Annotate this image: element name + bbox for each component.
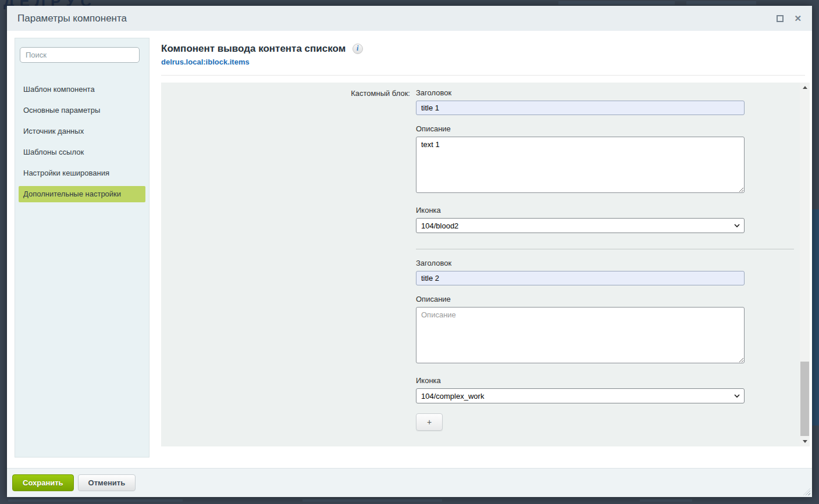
scroll-down-icon[interactable]	[800, 437, 810, 446]
block1-icon-select-wrap: 104/blood2	[416, 218, 745, 233]
maximize-icon[interactable]	[777, 15, 784, 22]
block2-icon-select-wrap: 104/complex_work	[416, 388, 745, 403]
component-heading: Компонент вывода контента списком i delr…	[161, 43, 805, 76]
sidebar-item-label: Настройки кеширования	[19, 165, 145, 181]
sidebar-item-main-parameters[interactable]: Основные параметры	[19, 100, 145, 121]
sidebar-item-label: Дополнительные настройки	[19, 186, 145, 202]
dialog-header: Параметры компонента ✕	[7, 6, 812, 31]
add-block-button[interactable]: +	[416, 413, 443, 431]
background-element	[558, 1, 675, 5]
dialog-title: Параметры компонента	[17, 13, 127, 24]
custom-block-fields: Заголовок Описание text 1 Иконка 104/blo…	[416, 83, 745, 431]
block1-description-textarea[interactable]: text 1	[416, 137, 745, 193]
settings-sidebar: Шаблон компонента Основные параметры Ист…	[15, 38, 149, 457]
block1-icon-select[interactable]: 104/blood2	[416, 218, 745, 233]
sidebar-item-label: Шаблоны ссылок	[19, 144, 145, 160]
component-title: Компонент вывода контента списком	[161, 43, 346, 54]
block2-description-textarea[interactable]	[416, 307, 745, 363]
background-element	[811, 209, 819, 426]
save-button[interactable]: Сохранить	[12, 474, 74, 491]
sidebar-item-label: Основные параметры	[19, 102, 145, 119]
sidebar-item-caching-settings[interactable]: Настройки кеширования	[19, 163, 145, 184]
component-parameters-dialog: Параметры компонента ✕ Шаблон компонента…	[7, 6, 812, 497]
background-element	[302, 499, 442, 502]
block2-icon-label: Иконка	[416, 376, 745, 385]
block1-icon-label: Иконка	[416, 206, 745, 215]
close-icon[interactable]: ✕	[794, 14, 802, 23]
custom-block-group-label: Кастомный блок:	[161, 89, 410, 98]
dialog-footer: Сохранить Отменить	[7, 468, 812, 497]
block1-title-label: Заголовок	[416, 88, 745, 97]
scrollbar[interactable]	[800, 83, 810, 446]
parameters-form-panel: Кастомный блок: Заголовок Описание text …	[161, 83, 810, 446]
sidebar-item-additional-settings[interactable]: Дополнительные настройки	[19, 184, 145, 205]
block1-description-label: Описание	[416, 124, 745, 133]
block1-title-input[interactable]	[416, 101, 745, 115]
window-controls: ✕	[777, 14, 802, 23]
block2-title-label: Заголовок	[416, 259, 745, 267]
cancel-button[interactable]: Отменить	[78, 474, 136, 491]
block2-icon-select[interactable]: 104/complex_work	[416, 388, 745, 403]
resize-handle[interactable]	[803, 488, 810, 495]
block2-title-input[interactable]	[416, 271, 745, 285]
component-code-link[interactable]: delrus.local:iblock.items	[161, 58, 805, 66]
sidebar-menu: Шаблон компонента Основные параметры Ист…	[15, 79, 149, 205]
search-input[interactable]	[20, 47, 140, 63]
block2-description-label: Описание	[416, 295, 745, 303]
sidebar-item-label: Источник данных	[19, 123, 145, 140]
background-element	[8, 499, 183, 502]
info-icon[interactable]: i	[352, 44, 363, 54]
background-element	[686, 1, 756, 5]
sidebar-item-label: Шаблон компонента	[19, 81, 145, 98]
sidebar-item-link-templates[interactable]: Шаблоны ссылок	[19, 142, 145, 163]
sidebar-item-data-source[interactable]: Источник данных	[19, 121, 145, 142]
sidebar-item-component-template[interactable]: Шаблон компонента	[19, 79, 145, 100]
scrollbar-thumb[interactable]	[800, 362, 809, 436]
desktop-background: ДЕЛРУС Параметры компонента ✕ Шаблон ком…	[0, 0, 819, 504]
scroll-up-icon[interactable]	[800, 83, 810, 92]
block-divider	[416, 249, 794, 249]
background-element	[640, 499, 692, 502]
